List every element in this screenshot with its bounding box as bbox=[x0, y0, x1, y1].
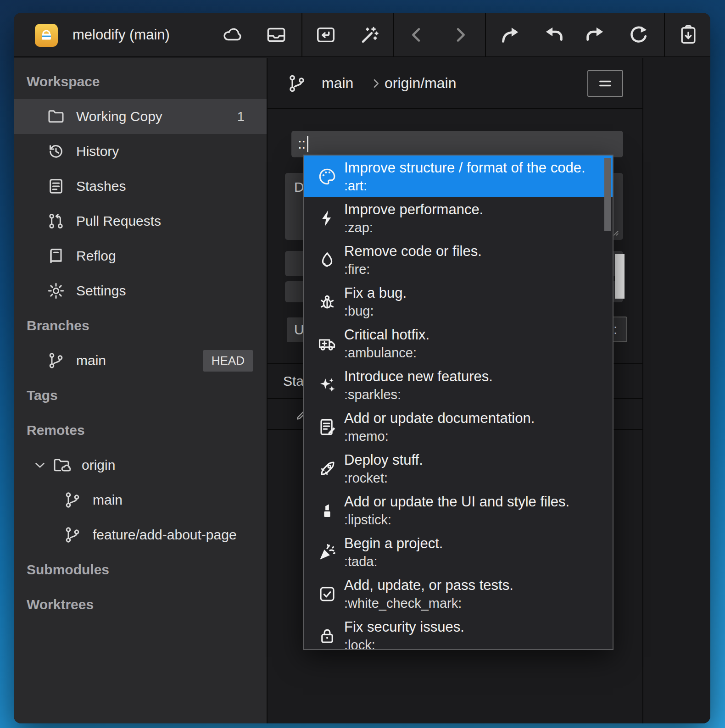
section-header-label: Worktrees bbox=[27, 597, 94, 612]
dropdown-item-memo[interactable]: Add or update documentation.:memo: bbox=[304, 406, 613, 448]
dropdown-item-label: Deploy stuff. bbox=[344, 450, 423, 469]
redo-icon[interactable] bbox=[585, 24, 606, 45]
dropdown-item-label: Begin a project. bbox=[344, 534, 443, 553]
zap-icon bbox=[318, 209, 337, 228]
dropdown-item-ambulance[interactable]: Critical hotfix.:ambulance: bbox=[304, 322, 613, 364]
dropdown-item-code: :tada: bbox=[344, 553, 443, 570]
toolbar-separator bbox=[301, 13, 302, 56]
text-caret bbox=[307, 136, 308, 152]
dropdown-item-label: Fix security issues. bbox=[344, 617, 464, 636]
sidebar-item-reflog[interactable]: Reflog bbox=[14, 239, 267, 273]
window-title: melodify (main) bbox=[72, 27, 170, 43]
bug-icon bbox=[318, 292, 337, 311]
lock-icon bbox=[318, 626, 337, 645]
history-icon bbox=[47, 142, 65, 161]
sidebar-item-label: Settings bbox=[76, 283, 126, 299]
sidebar-item-origin-main[interactable]: main bbox=[14, 483, 267, 517]
chevron-down-icon[interactable] bbox=[32, 457, 48, 473]
dropdown-scrollbar-thumb[interactable] bbox=[604, 158, 611, 231]
dropdown-item-zap[interactable]: Improve performance.:zap: bbox=[304, 197, 613, 239]
section-header-label: Tags bbox=[27, 388, 58, 403]
app-window: melodify (main) Workspace Working Copy 1 bbox=[14, 13, 710, 723]
dropdown-item-code: :memo: bbox=[344, 428, 535, 445]
titlebar[interactable]: melodify (main) bbox=[14, 13, 710, 57]
dropdown-item-code: :sparkles: bbox=[344, 386, 493, 403]
commit-summary-input[interactable]: :: bbox=[291, 131, 623, 157]
dropdown-item-sparkles[interactable]: Introduce new features.:sparkles: bbox=[304, 364, 613, 406]
scrollbar-fragment[interactable] bbox=[615, 254, 625, 299]
party-popper-icon bbox=[318, 543, 337, 562]
branch-icon bbox=[63, 526, 82, 544]
dropdown-item-label: Fix a bug. bbox=[344, 283, 407, 302]
dropdown-item-tada[interactable]: Begin a project.:tada: bbox=[304, 531, 613, 573]
sidebar-item-settings[interactable]: Settings bbox=[14, 273, 267, 308]
forward-icon[interactable] bbox=[450, 24, 471, 45]
sidebar-item-label: main bbox=[93, 492, 123, 508]
toolbar-separator bbox=[485, 13, 486, 56]
branch-header-bar: main origin/main bbox=[268, 58, 642, 109]
dropdown-item-label: Critical hotfix. bbox=[344, 325, 429, 344]
toolbar-separator bbox=[393, 13, 394, 56]
dropdown-item-code: :bug: bbox=[344, 302, 407, 320]
lipstick-icon bbox=[318, 501, 337, 520]
sidebar-item-origin[interactable]: origin bbox=[14, 448, 267, 483]
section-header-label: Branches bbox=[27, 318, 89, 333]
sidebar-section-worktrees: Worktrees bbox=[14, 587, 267, 622]
fire-icon bbox=[318, 250, 337, 270]
sidebar-section-remotes: Remotes bbox=[14, 413, 267, 448]
dropdown-item-fire[interactable]: Remove code or files.:fire: bbox=[304, 239, 613, 281]
sidebar-section-branches: Branches bbox=[14, 308, 267, 343]
archive-drawer-icon[interactable] bbox=[266, 24, 287, 45]
current-branch[interactable]: main bbox=[322, 75, 353, 92]
dropdown-item-code: :zap: bbox=[344, 219, 483, 236]
sidebar-item-history[interactable]: History bbox=[14, 134, 267, 169]
dropdown-item-code: :lock: bbox=[344, 636, 464, 650]
push-share-icon[interactable] bbox=[500, 24, 521, 45]
head-badge: HEAD bbox=[203, 350, 253, 372]
sidebar-section-tags: Tags bbox=[14, 378, 267, 413]
magic-wand-icon[interactable] bbox=[359, 24, 380, 45]
sidebar-item-stashes[interactable]: Stashes bbox=[14, 169, 267, 204]
dropdown-item-code: :lipstick: bbox=[344, 511, 569, 528]
sync-icon[interactable] bbox=[628, 24, 649, 45]
change-count-badge: 1 bbox=[237, 109, 245, 124]
sparkles-icon bbox=[318, 376, 337, 395]
branch-icon bbox=[47, 351, 65, 370]
clipboard-download-icon[interactable] bbox=[678, 24, 699, 45]
menu-icon bbox=[597, 75, 613, 92]
sidebar-item-working-copy[interactable]: Working Copy 1 bbox=[14, 99, 267, 134]
remote-folder-icon bbox=[52, 456, 71, 474]
sidebar-item-label: Reflog bbox=[76, 248, 116, 264]
cloud-icon[interactable] bbox=[222, 24, 243, 45]
chevron-right-icon bbox=[369, 77, 382, 90]
back-icon[interactable] bbox=[406, 24, 427, 45]
dropdown-item-label: Add or update the UI and style files. bbox=[344, 492, 569, 511]
commit-menu-button[interactable] bbox=[587, 70, 623, 97]
sidebar-item-origin-feature[interactable]: feature/add-about-page bbox=[14, 517, 267, 552]
dropdown-item-lock[interactable]: Fix security issues.:lock: bbox=[304, 615, 613, 650]
commit-options-label: : bbox=[613, 322, 617, 337]
ambulance-icon bbox=[318, 334, 337, 353]
sidebar-item-label: main bbox=[76, 353, 106, 368]
section-header-label: Submodules bbox=[27, 562, 109, 578]
sidebar-item-branch-main[interactable]: main HEAD bbox=[14, 343, 267, 378]
dropdown-item-lipstick[interactable]: Add or update the UI and style files.:li… bbox=[304, 489, 613, 531]
upstream-branch[interactable]: origin/main bbox=[385, 75, 457, 92]
dropdown-item-label: Add, update, or pass tests. bbox=[344, 576, 513, 595]
dropdown-item-rocket[interactable]: Deploy stuff.:rocket: bbox=[304, 448, 613, 489]
dropdown-item-label: Improve structure / format of the code. bbox=[344, 158, 586, 177]
memo-icon bbox=[318, 417, 337, 437]
section-header-label: Remotes bbox=[27, 422, 85, 438]
gitmoji-dropdown: Improve structure / format of the code.:… bbox=[303, 155, 613, 650]
open-return-icon[interactable] bbox=[315, 24, 336, 45]
sidebar-section-submodules: Submodules bbox=[14, 552, 267, 587]
dropdown-item-code: :rocket: bbox=[344, 469, 423, 487]
dropdown-item-bug[interactable]: Fix a bug.:bug: bbox=[304, 281, 613, 322]
sidebar-item-label: feature/add-about-page bbox=[93, 527, 237, 543]
section-header-label: Workspace bbox=[27, 74, 100, 89]
dropdown-item-art[interactable]: Improve structure / format of the code.:… bbox=[304, 156, 613, 197]
sidebar-section-workspace: Workspace bbox=[14, 64, 267, 99]
dropdown-item-check[interactable]: Add, update, or pass tests.:white_check_… bbox=[304, 573, 613, 615]
sidebar-item-pull-requests[interactable]: Pull Requests bbox=[14, 204, 267, 239]
undo-icon[interactable] bbox=[543, 24, 564, 45]
